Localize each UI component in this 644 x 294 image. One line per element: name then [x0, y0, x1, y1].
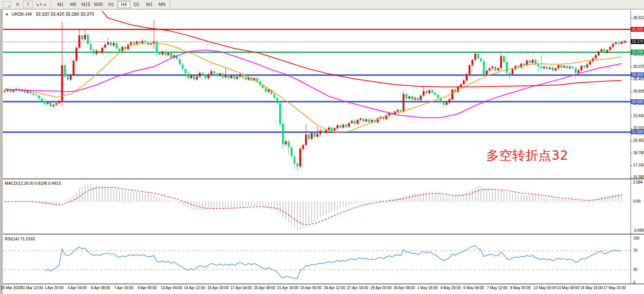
price-tick-label: 20.400 — [633, 138, 644, 143]
price-tag-35.000: 35.000 — [631, 27, 644, 32]
symbol-header[interactable]: ▼ UKOil-,H4 33.320 33.420 33.280 33.370 — [5, 12, 94, 17]
toolbar: F A T ↘↖▼ M1M5M15M30H1H4D1W1MN — [0, 0, 644, 9]
axis-tick — [631, 54, 632, 55]
rsi-axis-label: 70 — [633, 248, 637, 253]
macd-axis-label: -3.0957 — [633, 228, 644, 232]
price-tick-label: 26.835 — [633, 89, 644, 93]
arrows-tool-button[interactable]: ↘↖▼ — [34, 1, 49, 8]
price-tag-32.000: 32.000 — [631, 50, 644, 54]
price-tick-label: 23.640 — [633, 114, 644, 118]
axis-tick — [631, 67, 632, 67]
axis-tick — [631, 177, 632, 178]
time-tick-label: 30 Apr 08:00 — [394, 286, 415, 290]
price-tick-label: 17.160 — [633, 163, 644, 167]
axis-tick — [631, 165, 632, 166]
time-tick-label: 31 Mar 12:00 — [21, 286, 43, 290]
time-tick-label: 6 May 04:00 — [463, 286, 484, 290]
pane-splitter-macd[interactable] — [3, 178, 644, 179]
time-tick-label: 8 May 20:00 — [510, 286, 531, 290]
macd-axis-label: 0.00 — [633, 199, 640, 203]
window-left-edge — [0, 10, 3, 294]
time-tick-label: 4 May 20:00 — [440, 286, 461, 290]
time-tick-label: 3 Apr 04:00 — [68, 286, 87, 290]
time-tick-label: 23 Apr 00:00 — [300, 286, 322, 290]
timeframe-button-mn[interactable]: MN — [156, 1, 168, 8]
macd-histogram — [5, 184, 622, 230]
chevron-down-icon: ▼ — [5, 13, 9, 16]
timeframe-button-m30[interactable]: M30 — [92, 1, 105, 8]
rsi-axis-label: 100 — [633, 236, 640, 240]
time-tick-label: 17 Apr 04:00 — [231, 286, 252, 290]
current-price-arrow — [623, 41, 626, 43]
axis-tick — [631, 153, 632, 153]
toolbar-drag-handle[interactable]: F — [3, 1, 11, 8]
timeframe-button-w1[interactable]: W1 — [143, 1, 156, 8]
price-tag-21.500: 21.500 — [631, 129, 644, 134]
macd-signal-line — [5, 187, 622, 224]
timeframe-button-h1[interactable]: H1 — [105, 1, 118, 8]
timeframe-button-d1[interactable]: D1 — [130, 1, 143, 8]
axis-tick — [631, 128, 632, 129]
axis-tick — [631, 79, 632, 79]
time-tick-label: 9 Apr 00:00 — [138, 286, 157, 290]
axis-tick — [631, 91, 632, 92]
price-tag-29.000: 29.000 — [631, 72, 644, 77]
toolbar-separator — [51, 1, 52, 8]
rsi-indicator-label: RSI(14) 71.2162 — [5, 237, 35, 241]
time-tick-label: 1 May 16:00 — [417, 286, 438, 290]
macd-axis-label: 2.084 — [633, 180, 643, 184]
price-tick-label: 36.510 — [633, 16, 644, 20]
axis-tick — [631, 18, 632, 18]
time-tick-label: 15 Apr 20:00 — [207, 286, 229, 290]
arrows-icon: ↘↖ — [35, 2, 43, 7]
macd-indicator-label: MACD(12,26,9) 0.8195 0.4913 — [5, 181, 61, 185]
time-tick-label: 6 Apr 08:00 — [91, 286, 110, 290]
timeframe-group: M1M5M15M30H1H4D1W1MN — [54, 1, 168, 8]
chevron-down-icon: ▼ — [44, 3, 47, 7]
pane-splitter-timebar — [3, 284, 644, 284]
time-tick-label: 29 Apr 00:00 — [371, 286, 392, 290]
current-price-tag: 33.370 — [631, 39, 644, 44]
time-tick-label: 20 Apr 08:00 — [254, 286, 275, 290]
time-tick-label: 14 May 16:00 — [580, 286, 603, 290]
time-tick-label: 30 Mar 2020 — [1, 286, 22, 290]
timeframe-button-m1[interactable]: M1 — [54, 1, 67, 8]
symbol-name: UKOil-,H4 — [12, 12, 32, 17]
time-tick-label: 13 Apr 04:00 — [161, 286, 182, 290]
time-tick-label: 13 May 08:00 — [557, 286, 579, 290]
price-tag-25.500: 25.500 — [631, 99, 644, 104]
text-tool-button[interactable]: A — [13, 1, 22, 8]
drag-handle-mark: F — [8, 5, 10, 8]
pane-splitter-rsi[interactable] — [3, 234, 644, 235]
price-tick-label: 28.455 — [633, 77, 644, 81]
time-tick-label: 7 May 12:00 — [487, 286, 507, 290]
time-tick-label: 1 Apr 20:00 — [44, 286, 63, 290]
time-tick-label: 17 May 23:00 — [603, 286, 626, 290]
chart-annotation-text[interactable]: 多空转折点32 — [486, 147, 568, 164]
rsi-axis-label: 0 — [633, 281, 635, 285]
timeframe-button-m15[interactable]: M15 — [79, 1, 92, 8]
time-tick-label: 24 Apr 12:00 — [324, 286, 345, 290]
timeframe-button-h4[interactable]: H4 — [118, 1, 130, 8]
time-tick-label: 12 May 00:00 — [534, 286, 556, 290]
price-tick-label: 18.780 — [633, 151, 644, 155]
price-tick-label: 30.075 — [633, 65, 644, 69]
ma-mid-magenta — [5, 50, 622, 118]
toolbar-separator — [170, 1, 172, 8]
label-tool-button[interactable]: T — [23, 1, 33, 8]
time-tick-label: 7 Apr 16:00 — [114, 286, 133, 290]
rsi-axis-label: 30 — [633, 268, 637, 272]
axis-tick — [631, 141, 632, 141]
time-tick-label: 21 Apr 16:00 — [277, 286, 298, 290]
ohlc-quote: 33.320 33.420 33.280 33.370 — [35, 12, 94, 17]
time-tick-label: 14 Apr 12:00 — [184, 286, 205, 290]
timeframe-button-m5[interactable]: M5 — [67, 1, 79, 8]
axis-tick — [631, 116, 632, 116]
time-tick-label: 27 Apr 16:00 — [347, 286, 368, 290]
price-tick-label: 15.585 — [633, 175, 644, 179]
